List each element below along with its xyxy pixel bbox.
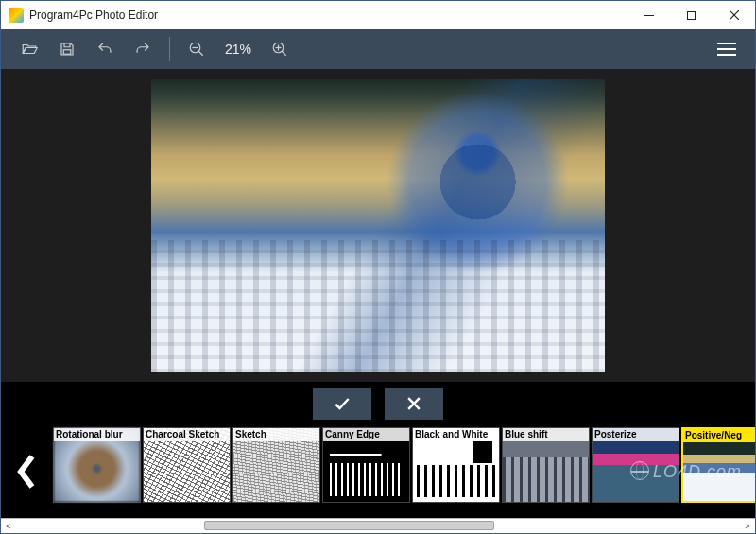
scroll-track[interactable] xyxy=(16,519,740,534)
open-button[interactable] xyxy=(10,29,48,69)
effect-label: Black and White xyxy=(413,428,499,441)
app-icon xyxy=(9,8,24,23)
accept-button[interactable] xyxy=(313,388,371,420)
app-window: Program4Pc Photo Editor 21% xyxy=(0,0,756,534)
svg-rect-2 xyxy=(63,50,71,55)
effect-thumb-blue-shift[interactable]: Blue shift xyxy=(502,427,590,503)
effect-label: Posterize xyxy=(593,428,679,441)
undo-icon xyxy=(96,41,113,58)
svg-line-4 xyxy=(198,51,203,56)
window-title: Program4Pc Photo Editor xyxy=(29,9,627,22)
x-icon xyxy=(404,394,423,413)
menu-button[interactable] xyxy=(708,43,746,56)
chevron-left-icon xyxy=(14,453,39,491)
effect-label: Sketch xyxy=(233,428,319,441)
svg-line-7 xyxy=(282,51,286,56)
watermark: LO4D.com xyxy=(630,458,742,482)
effects-prev-button[interactable] xyxy=(1,425,52,518)
save-button[interactable] xyxy=(48,29,86,69)
cancel-button[interactable] xyxy=(385,388,443,420)
effect-label: Canny Edge xyxy=(323,428,409,441)
maximize-icon xyxy=(687,11,696,20)
zoom-out-icon xyxy=(188,41,205,58)
effect-thumb-rotational-blur[interactable]: Rotational blur xyxy=(53,427,141,503)
zoom-in-icon xyxy=(271,41,288,58)
effect-thumb-black-and-white[interactable]: Black and White xyxy=(412,427,500,503)
save-icon xyxy=(59,41,76,58)
redo-button[interactable] xyxy=(124,29,162,69)
effect-thumb-canny-edge[interactable]: Canny Edge xyxy=(322,427,410,503)
effect-label: Blue shift xyxy=(503,428,589,441)
maximize-button[interactable] xyxy=(670,1,713,29)
effect-thumb-charcoal-sketch[interactable]: Charcoal Sketch xyxy=(143,427,231,503)
close-icon xyxy=(730,10,739,20)
toolbar-separator xyxy=(169,37,170,61)
zoom-value: 21% xyxy=(215,42,261,57)
hamburger-icon xyxy=(717,43,736,56)
preview-image xyxy=(151,79,605,372)
redo-icon xyxy=(134,41,151,58)
minimize-button[interactable] xyxy=(627,1,670,29)
check-icon xyxy=(333,394,352,413)
undo-button[interactable] xyxy=(86,29,124,69)
scroll-left-button[interactable]: < xyxy=(1,519,16,534)
effect-thumb-sketch[interactable]: Sketch xyxy=(232,427,320,503)
effect-label: Rotational blur xyxy=(54,428,140,441)
canvas-area xyxy=(1,69,755,382)
minimize-icon xyxy=(644,15,654,16)
effects-strip: Rotational blur Charcoal Sketch Sketch C… xyxy=(1,425,755,518)
zoom-in-button[interactable] xyxy=(261,29,299,69)
close-button[interactable] xyxy=(713,1,755,29)
confirm-bar xyxy=(1,382,755,425)
effects-scrollbar[interactable]: < > xyxy=(1,518,755,533)
scroll-right-button[interactable]: > xyxy=(740,519,755,534)
effect-label: Charcoal Sketch xyxy=(144,428,230,441)
effect-label: Positive/Neg xyxy=(683,429,755,442)
titlebar: Program4Pc Photo Editor xyxy=(1,1,755,29)
toolbar: 21% xyxy=(1,29,755,69)
globe-icon xyxy=(630,461,649,480)
folder-open-icon xyxy=(21,41,38,58)
scroll-thumb[interactable] xyxy=(204,521,493,530)
zoom-out-button[interactable] xyxy=(178,29,215,69)
